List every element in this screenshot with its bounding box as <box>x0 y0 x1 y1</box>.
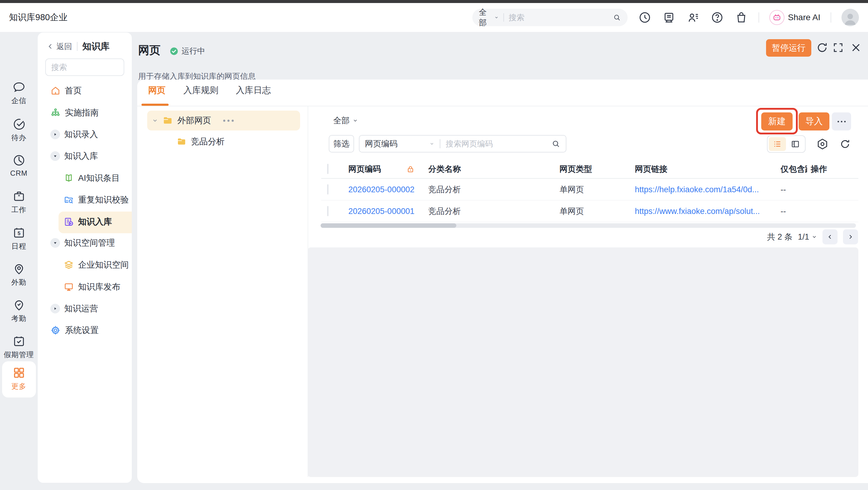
table-search-combo[interactable]: 网页编码 <box>359 135 566 153</box>
chevron-down-icon[interactable] <box>152 118 158 124</box>
rail-item-field[interactable]: 外勤 <box>0 262 38 287</box>
fullscreen-icon[interactable] <box>832 42 844 53</box>
sidebar-item-knowledge-entry[interactable]: 知识录入 <box>38 124 132 145</box>
bulletin-icon[interactable] <box>662 10 676 24</box>
sidebar-search[interactable] <box>45 59 124 76</box>
filter-button[interactable]: 筛选 <box>329 135 354 153</box>
row-url-link[interactable]: https://www.fxiaoke.com/ap/solut... <box>635 206 760 216</box>
search-icon[interactable] <box>613 12 621 23</box>
search-field-select[interactable]: 网页编码 <box>365 138 398 149</box>
prev-page-button[interactable] <box>823 229 838 244</box>
active-tab-underline <box>142 104 168 106</box>
rail-item-crm[interactable]: CRM <box>0 154 38 177</box>
row-type: 单网页 <box>559 184 584 195</box>
list-scope-select[interactable]: 全部 <box>333 115 358 126</box>
attendance-pin-icon <box>0 298 38 312</box>
pause-run-button[interactable]: 暂停运行 <box>766 39 811 57</box>
sidebar-item-knowledge-inbound[interactable]: 知识入库 <box>38 211 132 232</box>
tab-webpages[interactable]: 网页 <box>148 85 165 96</box>
row-code-link[interactable]: 20260205-000002 <box>348 185 414 194</box>
doc-import-icon <box>64 217 74 227</box>
column-header-link[interactable]: 网页链接 <box>635 164 668 174</box>
sidebar-item-duplicate-check[interactable]: 重复知识校验 <box>38 190 132 210</box>
chevron-left-icon <box>827 234 833 240</box>
pagination: 共 2 条 1/1 <box>767 228 858 245</box>
divider <box>758 12 759 23</box>
list-view-button[interactable] <box>769 137 786 151</box>
page-title: 网页 <box>138 43 160 58</box>
layers-icon <box>64 260 74 270</box>
sidebar-item-guide[interactable]: 实施指南 <box>38 102 132 123</box>
app-root: 知识库980企业 全部 <box>0 0 868 490</box>
import-button[interactable]: 导入 <box>799 112 829 130</box>
table-search-input[interactable] <box>446 139 548 149</box>
market-icon[interactable] <box>734 10 748 24</box>
chevron-down-icon <box>50 238 60 248</box>
rail-item-more[interactable]: 更多 <box>0 366 38 391</box>
global-search[interactable]: 全部 <box>472 9 628 26</box>
share-ai-button[interactable]: Share AI <box>769 10 820 25</box>
back-button[interactable]: 返回 <box>47 41 72 52</box>
refresh-table-icon[interactable] <box>839 138 851 150</box>
search-scope-select[interactable]: 全部 <box>479 7 491 28</box>
row-checkbox[interactable] <box>327 206 329 216</box>
page-select[interactable]: 1/1 <box>798 232 817 242</box>
board-view-button[interactable] <box>786 137 804 151</box>
search-input[interactable] <box>509 13 610 22</box>
rail-item-work[interactable]: 工作 <box>0 190 38 215</box>
table-settings-icon[interactable] <box>816 138 829 151</box>
close-icon[interactable] <box>850 41 862 54</box>
select-all-checkbox[interactable] <box>327 164 329 174</box>
sidebar-item-enterprise-space[interactable]: 企业知识空间 <box>38 255 132 275</box>
sidebar-item-system-settings[interactable]: 系统设置 <box>38 320 132 340</box>
status-check-icon <box>169 47 179 56</box>
tab-inbound-logs[interactable]: 入库日志 <box>236 85 271 96</box>
rail-item-todo[interactable]: 待办 <box>0 118 38 142</box>
new-button[interactable]: 新建 <box>761 112 793 130</box>
settings-gear-icon[interactable] <box>12 489 25 490</box>
search-icon[interactable] <box>551 139 560 148</box>
horizontal-scrollbar[interactable] <box>320 223 856 228</box>
sidebar-search-input[interactable] <box>51 63 118 72</box>
row-category: 竞品分析 <box>428 184 461 195</box>
tab-inbound-rules[interactable]: 入库规则 <box>183 85 218 96</box>
sidebar-item-home[interactable]: 首页 <box>38 80 132 101</box>
scrollbar-thumb[interactable] <box>320 223 456 228</box>
column-header-path-only[interactable]: 仅包含路径 <box>780 164 807 174</box>
tree-node-competitor-analysis[interactable]: 竞品分析 <box>177 133 225 151</box>
column-header-code[interactable]: 网页编码 <box>348 164 381 174</box>
sidebar-item-kb-publish[interactable]: 知识库发布 <box>38 276 132 297</box>
chevron-down-icon <box>430 141 434 146</box>
next-page-button[interactable] <box>843 229 858 244</box>
more-icon[interactable] <box>223 120 234 122</box>
row-code-link[interactable]: 20260205-000001 <box>348 206 414 216</box>
sidebar-item-knowledge-inbound-group[interactable]: 知识入库 <box>38 146 132 166</box>
svg-text:5: 5 <box>18 231 20 236</box>
more-actions-button[interactable] <box>832 112 851 130</box>
help-icon[interactable] <box>710 10 724 24</box>
rail-item-qixin[interactable]: 企信 <box>0 80 38 105</box>
todo-check-icon <box>0 118 38 131</box>
column-header-category[interactable]: 分类名称 <box>428 164 461 174</box>
column-header-actions[interactable]: 操作 <box>811 164 827 174</box>
rail-item-attendance[interactable]: 考勤 <box>0 298 38 323</box>
rail-item-schedule[interactable]: 5 日程 <box>0 226 38 251</box>
avatar[interactable] <box>841 9 859 26</box>
sidebar-item-space-management[interactable]: 知识空间管理 <box>38 233 132 253</box>
column-header-type[interactable]: 网页类型 <box>559 164 592 174</box>
tree-node-external-pages[interactable]: 外部网页 <box>147 110 300 130</box>
sidebar-header: 返回 知识库 <box>47 40 110 53</box>
row-url-link[interactable]: https://help.fxiaoke.com/1a54/0d... <box>635 185 759 194</box>
table-row[interactable]: 20260205-000002 竞品分析 单网页 https://help.fx… <box>321 179 858 200</box>
row-checkbox[interactable] <box>327 184 329 194</box>
status-badge: 运行中 <box>169 46 205 56</box>
table-row[interactable]: 20260205-000001 竞品分析 单网页 https://www.fxi… <box>321 200 858 222</box>
calendar-5-icon: 5 <box>0 226 38 239</box>
row-category: 竞品分析 <box>428 206 461 217</box>
refresh-icon[interactable] <box>816 41 829 54</box>
history-icon[interactable] <box>638 10 652 24</box>
sidebar-item-knowledge-ops[interactable]: 知识运营 <box>38 298 132 319</box>
sidebar-item-ai-entries[interactable]: AI知识条目 <box>38 168 132 188</box>
contacts-icon[interactable] <box>686 10 700 24</box>
rail-item-holiday[interactable]: 假期管理 <box>0 334 38 360</box>
